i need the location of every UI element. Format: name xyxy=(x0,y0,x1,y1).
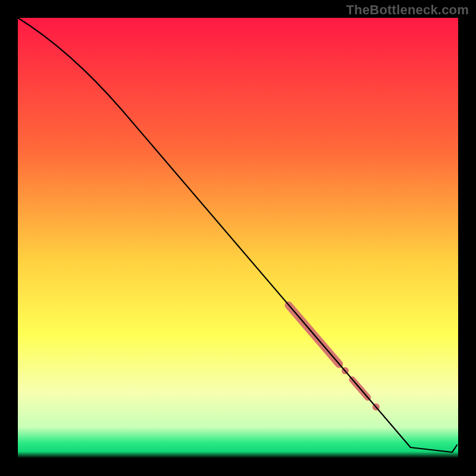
plot-background xyxy=(18,18,458,458)
chart-stage: TheBottleneck.com xyxy=(0,0,476,476)
chart-svg xyxy=(0,0,476,476)
